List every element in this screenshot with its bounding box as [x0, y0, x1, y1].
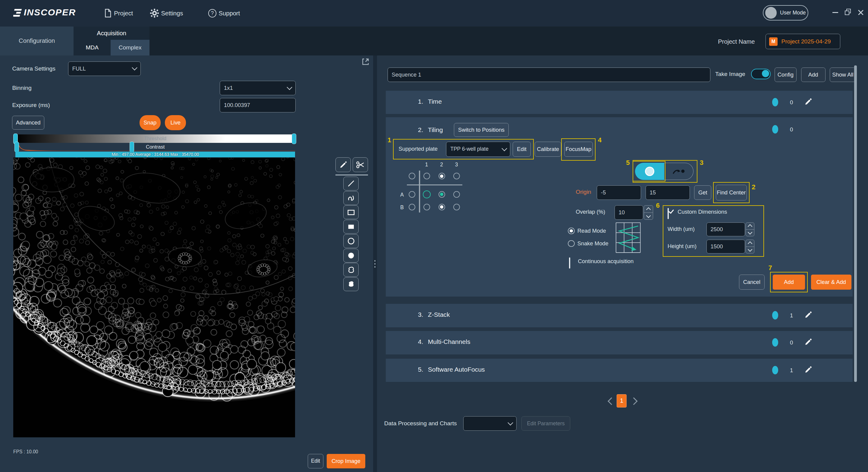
calibrate-button[interactable]: Calibrate [535, 141, 561, 157]
take-image-toggle[interactable] [751, 69, 770, 79]
user-mode-toggle[interactable]: User Mode [763, 5, 808, 21]
exposure-input[interactable]: 100.00397 [220, 98, 296, 113]
well-rowA-selector[interactable] [409, 191, 415, 198]
tiling-add-button[interactable]: Add [773, 275, 805, 290]
spinner-down[interactable] [746, 247, 754, 253]
panel-splitter[interactable] [373, 56, 377, 472]
data-processing-select[interactable] [463, 416, 516, 431]
pagination-next[interactable] [630, 396, 637, 406]
origin-x-input[interactable]: -5 [597, 185, 641, 200]
pencil-tool[interactable] [336, 157, 351, 172]
filled-ellipse-tool[interactable] [343, 249, 359, 262]
edit-pencil-icon[interactable] [804, 310, 812, 319]
snap-button[interactable]: Snap [140, 115, 161, 130]
camera-mode-select[interactable]: FULL [68, 62, 141, 76]
cut-tool[interactable] [352, 157, 368, 172]
well-B2[interactable] [438, 204, 445, 210]
well-B1[interactable] [424, 204, 430, 210]
plate-select[interactable]: TPP 6-well plate [446, 141, 510, 157]
custom-dimensions-checkbox[interactable] [668, 208, 669, 219]
cancel-button[interactable]: Cancel [739, 275, 764, 290]
find-center-button[interactable]: Find Center [716, 185, 747, 200]
binning-select[interactable]: 1x1 [220, 81, 296, 95]
contrast-handle-min[interactable] [14, 141, 19, 152]
step-row-zstack[interactable]: 3. Z-Stack 1 [386, 304, 852, 327]
filled-polygon-tool[interactable] [343, 277, 359, 291]
close-button[interactable] [858, 9, 864, 16]
minimize-button[interactable] [832, 12, 838, 13]
plate-edit-button[interactable]: Edit [513, 141, 531, 157]
height-spinner[interactable] [746, 240, 754, 253]
threshold-handle-max[interactable] [292, 133, 296, 144]
menu-settings[interactable]: Settings [150, 7, 183, 20]
ellipse-tool[interactable] [343, 234, 359, 248]
width-spinner[interactable] [746, 222, 754, 236]
well-A2[interactable] [438, 191, 445, 198]
pagination-prev[interactable] [607, 396, 614, 406]
step-row-multichannels[interactable]: 4. Multi-Channels 0 [386, 331, 852, 354]
add-sequence-button[interactable]: Add [801, 67, 826, 82]
edit-pencil-icon[interactable] [804, 365, 812, 374]
tiling-mode-right[interactable] [664, 163, 693, 180]
polygon-tool[interactable] [343, 263, 359, 277]
menu-support[interactable]: ? Support [208, 7, 240, 20]
tab-acquisition[interactable]: Acquisition MDA Complex [73, 27, 150, 56]
pagination-page[interactable]: 1 [617, 394, 627, 408]
subtab-mda[interactable]: MDA [73, 40, 111, 55]
show-all-button[interactable]: Show All [830, 67, 856, 82]
snake-mode-radio[interactable] [568, 240, 575, 247]
height-input[interactable]: 1500 [707, 240, 745, 253]
get-button[interactable]: Get [694, 185, 711, 200]
config-button[interactable]: Config [775, 67, 797, 82]
step-autofocus-count: 1 [790, 367, 793, 374]
well-A3[interactable] [453, 191, 460, 198]
edit-pencil-icon[interactable] [804, 97, 812, 106]
spinner-down[interactable] [644, 213, 653, 219]
freehand-tool[interactable] [343, 191, 359, 205]
clear-and-add-button[interactable]: Clear & Add [811, 275, 851, 290]
contrast-slider[interactable]: Contrast [16, 143, 295, 151]
well-col2-selector[interactable] [438, 173, 445, 179]
menu-project[interactable]: Project [104, 7, 133, 20]
threshold-slider[interactable]: Threshold [16, 134, 295, 143]
contrast-handle-mid[interactable] [130, 141, 134, 152]
well-select-all[interactable] [409, 173, 415, 179]
spinner-up[interactable] [746, 240, 754, 247]
line-tool[interactable] [343, 177, 359, 190]
sequence-name-input[interactable]: Sequence 1 [388, 67, 710, 82]
filled-rectangle-tool[interactable] [343, 220, 359, 233]
switch-to-positions-button[interactable]: Switch to Positions [454, 123, 509, 137]
subtab-complex[interactable]: Complex [111, 40, 150, 55]
spinner-up[interactable] [746, 223, 754, 229]
edit-parameters-button[interactable]: Edit Parameters [521, 416, 570, 431]
live-image[interactable] [13, 158, 295, 437]
spinner-up[interactable] [644, 206, 653, 213]
tiling-mode-left[interactable] [635, 163, 664, 180]
subtab-mda-label: MDA [86, 44, 98, 51]
edit-image-button[interactable]: Edit [308, 454, 323, 468]
well-rowB-selector[interactable] [409, 204, 415, 210]
origin-y-input[interactable]: 15 [646, 185, 690, 200]
continuous-acquisition-checkbox[interactable] [569, 257, 570, 269]
tiling-mode-toggle[interactable] [635, 163, 694, 180]
project-name-box[interactable]: M Project 2025-04-29 [766, 34, 840, 49]
rectangle-tool[interactable] [343, 205, 359, 219]
advanced-button[interactable]: Advanced [12, 116, 44, 130]
step-row-autofocus[interactable]: 5. Software AutoFocus 1 [386, 359, 852, 382]
restore-button[interactable] [845, 9, 851, 15]
spinner-down[interactable] [746, 230, 754, 236]
histogram-baseline [16, 151, 295, 151]
crop-image-button[interactable]: Crop Image [327, 454, 366, 468]
overlap-input[interactable]: 10 [615, 205, 644, 220]
focusmap-button[interactable]: FocusMap [564, 141, 593, 157]
width-input[interactable]: 2500 [707, 222, 745, 236]
popout-icon[interactable] [361, 58, 370, 66]
live-button[interactable]: Live [165, 115, 186, 130]
tab-configuration[interactable]: Configuration [0, 27, 73, 56]
edit-pencil-icon[interactable] [804, 338, 812, 346]
overlap-spinner[interactable] [644, 205, 653, 220]
well-A1[interactable] [423, 190, 431, 198]
scrollbar[interactable] [854, 65, 857, 382]
step-row-time[interactable]: 1. Time 0 [386, 91, 852, 114]
read-mode-radio[interactable] [568, 227, 575, 234]
